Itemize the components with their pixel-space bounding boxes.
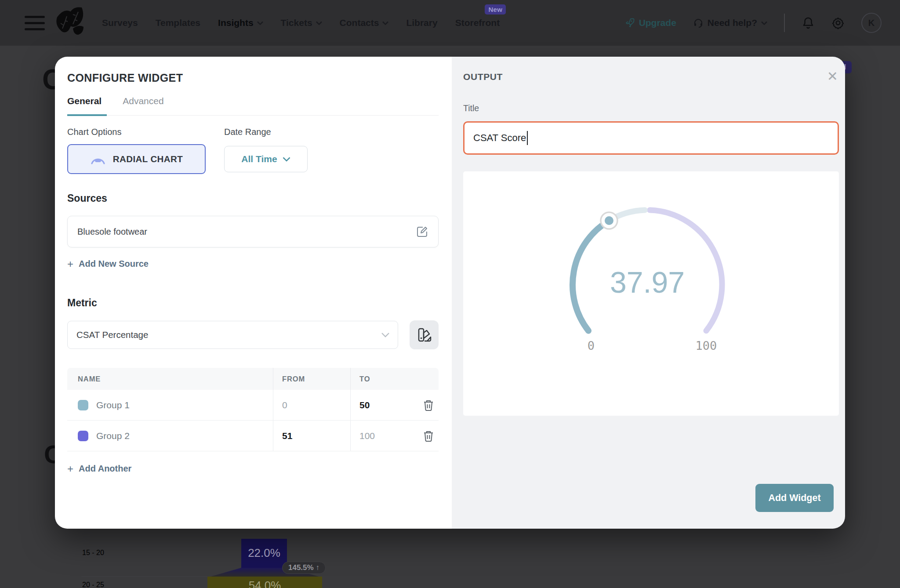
group-name: Group 2 [96,431,130,441]
headset-icon [693,18,704,28]
upgrade-button[interactable]: Upgrade [624,18,676,28]
table-row: Group 1 0 50 [67,390,439,421]
funnel-category-label: 20 - 25 [82,581,104,588]
gauge-knob-dot [605,216,613,225]
chart-type-radial-button[interactable]: RADIAL CHART [67,144,206,174]
delete-group-trash-icon[interactable] [423,399,434,411]
gauge-filled-arc [573,221,609,331]
radial-gauge-chart: 37.97 0 100 [463,171,839,416]
date-range-label: Date Range [224,127,271,137]
new-badge: New [485,4,506,15]
funnel-bar: 54.0% [207,577,322,588]
chevron-down-icon [761,21,767,25]
add-widget-button[interactable]: Add Widget [755,484,834,512]
tab-advanced[interactable]: Advanced [123,96,169,116]
swatchbook-icon [417,327,432,342]
need-help-menu[interactable]: Need help? [693,18,767,28]
nav-item-surveys[interactable]: Surveys [102,18,138,28]
nav-divider [784,14,785,32]
table-row: Group 2 51 100 [67,421,439,451]
user-avatar[interactable]: K [861,13,882,33]
hamburger-menu-icon[interactable] [25,16,45,30]
rocket-icon [624,18,635,28]
range-to-input[interactable]: 50 [359,400,370,410]
chevron-down-icon [257,21,263,25]
metric-heading: Metric [67,297,439,309]
gauge-value: 37.97 [610,265,685,299]
range-from-input[interactable]: 0 [282,400,287,410]
gauge-min-label: 0 [588,339,595,352]
funnel-bar: 22.0% [241,539,287,568]
nav-item-storefront[interactable]: Storefront New [455,18,500,28]
add-another-group-button[interactable]: + Add Another [67,464,131,474]
metric-dropdown[interactable]: CSAT Percentage [67,321,398,349]
output-panel: OUTPUT ✕ Title CSAT Score 37.97 0 100 Ad… [452,57,845,529]
nav-item-tickets[interactable]: Tickets [281,18,322,28]
add-new-source-button[interactable]: + Add New Source [67,259,149,269]
title-label: Title [463,103,839,113]
funnel-change-pill: 145.5% ↑ [282,562,326,574]
range-to-input[interactable]: 100 [359,431,375,441]
nav-right-cluster: Upgrade Need help? K [624,13,882,33]
column-header-from: FROM [273,368,350,390]
nav-menu: Surveys Templates Insights Tickets Conta… [102,18,500,28]
funnel-gridline [81,576,207,577]
widget-preview-card: 37.97 0 100 [463,171,839,416]
column-header-to: TO [350,368,418,390]
gauge-max-label: 100 [696,339,717,352]
background-funnel-chart [0,527,900,588]
source-row: Bluesole footwear [67,216,439,247]
text-caret [527,131,528,145]
sources-heading: Sources [67,192,439,204]
tab-general[interactable]: General [67,96,107,116]
delete-group-trash-icon[interactable] [423,430,434,442]
close-icon[interactable]: ✕ [827,70,838,83]
group-name: Group 1 [96,400,130,410]
chevron-down-icon [382,21,388,25]
top-navigation: Surveys Templates Insights Tickets Conta… [0,0,900,46]
settings-gear-icon[interactable] [831,16,845,29]
group-color-swatch[interactable] [78,400,88,410]
nav-item-library[interactable]: Library [406,18,437,28]
chevron-down-icon [283,157,290,162]
radial-gauge-icon [90,153,106,165]
nav-item-insights[interactable]: Insights [218,18,263,28]
widget-title-input[interactable]: CSAT Score [463,121,839,155]
color-palette-button[interactable] [410,320,439,349]
group-color-swatch[interactable] [78,431,88,441]
metric-groups-table: NAME FROM TO Group 1 0 50 [67,368,439,451]
configure-widget-modal: CONFIGURE WIDGET General Advanced Chart … [55,57,845,529]
date-range-dropdown[interactable]: All Time [224,146,308,172]
output-heading: OUTPUT [463,72,839,82]
chart-options-label: Chart Options [67,127,224,137]
chevron-down-icon [381,332,390,338]
nav-item-contacts[interactable]: Contacts [340,18,389,28]
table-header-row: NAME FROM TO [67,368,439,390]
plus-icon: + [67,260,73,269]
app-logo-leaf-icon[interactable] [54,5,86,41]
source-name: Bluesole footwear [77,227,147,237]
chevron-down-icon [316,21,322,25]
nav-item-templates[interactable]: Templates [156,18,200,28]
plus-icon: + [67,465,73,473]
edit-pencil-icon[interactable] [416,225,428,238]
configure-panel: CONFIGURE WIDGET General Advanced Chart … [55,57,452,529]
tab-bar: General Advanced [67,96,439,116]
column-header-name: NAME [67,375,273,383]
range-from-input[interactable]: 51 [282,431,292,441]
notifications-bell-icon[interactable] [802,16,815,29]
modal-title: CONFIGURE WIDGET [67,72,439,84]
